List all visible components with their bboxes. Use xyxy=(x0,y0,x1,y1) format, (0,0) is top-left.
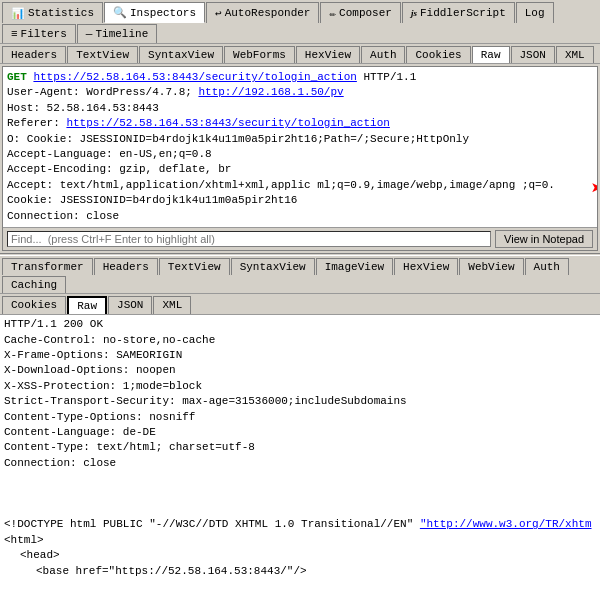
resp-xss-protection: X-XSS-Protection: 1;mode=block xyxy=(4,379,596,394)
referer-link[interactable]: https://52.58.164.53:8443/security/tolog… xyxy=(66,117,389,129)
resp-tab-hexview[interactable]: HexView xyxy=(394,258,458,275)
resp-tab-auth[interactable]: Auth xyxy=(525,258,569,275)
request-url-link[interactable]: https://52.58.164.53:8443/security/tolog… xyxy=(33,71,356,83)
resp-content-lang: Content-Language: de-DE xyxy=(4,425,596,440)
resp-cache-control: Cache-Control: no-store,no-cache xyxy=(4,333,596,348)
tab-xml[interactable]: XML xyxy=(556,46,594,63)
statistics-icon: 📊 xyxy=(11,7,25,20)
resp-connection: Connection: close xyxy=(4,456,596,471)
header-cookie-set: O: Cookie: JSESSIONID=b4rdojk1k4u11m0a5p… xyxy=(7,132,593,147)
tab-filters[interactable]: ≡ Filters xyxy=(2,24,76,43)
resp-blank1 xyxy=(4,471,596,486)
tab-raw[interactable]: Raw xyxy=(472,46,510,63)
tab-headers[interactable]: Headers xyxy=(2,46,66,63)
tab-hexview[interactable]: HexView xyxy=(296,46,360,63)
main-container: 📊 Statistics 🔍 Inspectors ↩ AutoResponde… xyxy=(0,0,600,591)
tab-timeline[interactable]: — Timeline xyxy=(77,24,157,43)
resp-tab-textview[interactable]: TextView xyxy=(159,258,230,275)
resp-blank3 xyxy=(4,502,596,517)
tab-autoresponder[interactable]: ↩ AutoResponder xyxy=(206,2,319,23)
resp-html-open: <html> xyxy=(4,533,596,548)
main-tabs: 📊 Statistics 🔍 Inspectors ↩ AutoResponde… xyxy=(0,0,600,44)
tab-log[interactable]: Log xyxy=(516,2,554,23)
resp-tab-headers[interactable]: Headers xyxy=(94,258,158,275)
protocol: HTTP/1.1 xyxy=(363,71,416,83)
composer-icon: ✏ xyxy=(329,7,336,20)
header-accept: Accept: text/html,application/xhtml+xml,… xyxy=(7,178,593,193)
fiddlerscript-icon: js xyxy=(411,8,417,18)
resp-blank4 xyxy=(4,579,596,591)
resp-hsts: Strict-Transport-Security: max-age=31536… xyxy=(4,394,596,409)
tab-textview[interactable]: TextView xyxy=(67,46,138,63)
resp-blank2 xyxy=(4,487,596,502)
header-cookie: Cookie: JSESSIONID=b4rdojk1k4u11m0a5pir2… xyxy=(7,193,593,208)
header-useragent: User-Agent: WordPress/4.7.8; http://192.… xyxy=(7,85,593,100)
tab-auth[interactable]: Auth xyxy=(361,46,405,63)
tab-json[interactable]: JSON xyxy=(511,46,555,63)
resp-base: <base href="https://52.58.164.53:8443/"/… xyxy=(4,564,596,579)
resp-tab-caching[interactable]: Caching xyxy=(2,276,66,293)
find-input[interactable] xyxy=(7,231,491,247)
accept-truncated: ml;q=0.9,image/webp,image/apng ;q=0. xyxy=(317,179,555,191)
find-bar: View in Notepad xyxy=(3,227,597,250)
resp-doctype: <!DOCTYPE html PUBLIC "-//W3C//DTD XHTML… xyxy=(4,517,596,532)
resp-sub-xml[interactable]: XML xyxy=(153,296,191,314)
view-notepad-button[interactable]: View in Notepad xyxy=(495,230,593,248)
doctype-link[interactable]: "http://www.w3.org/TR/xhtm xyxy=(420,518,592,530)
response-body: HTTP/1.1 200 OK Cache-Control: no-store,… xyxy=(0,315,600,591)
resp-tab-webview[interactable]: WebView xyxy=(459,258,523,275)
resp-frame-options: X-Frame-Options: SAMEORIGIN xyxy=(4,348,596,363)
response-sub-tabs: Cookies Raw JSON XML xyxy=(0,294,600,315)
tab-cookies[interactable]: Cookies xyxy=(406,46,470,63)
resp-tab-imageview[interactable]: ImageView xyxy=(316,258,393,275)
tab-composer[interactable]: ✏ Composer xyxy=(320,2,400,23)
resp-sub-cookies[interactable]: Cookies xyxy=(2,296,66,314)
host-link[interactable]: http://192.168.1.50/pv xyxy=(198,86,343,98)
resp-tab-transformer[interactable]: Transformer xyxy=(2,258,93,275)
tab-fiddlerscript[interactable]: js FiddlerScript xyxy=(402,2,515,23)
request-sub-tabs: Headers TextView SyntaxView WebForms Hex… xyxy=(0,44,600,64)
header-accept-lang: Accept-Language: en-US,en;q=0.8 xyxy=(7,147,593,162)
arrow-indicator-1: ➤ xyxy=(591,176,597,204)
response-main-tabs: Transformer Headers TextView SyntaxView … xyxy=(0,256,600,294)
header-host: Host: 52.58.164.53:8443 xyxy=(7,101,593,116)
tab-syntaxview[interactable]: SyntaxView xyxy=(139,46,223,63)
resp-head-open: <head> xyxy=(4,548,596,563)
header-connection: Connection: close xyxy=(7,209,593,224)
autoresponder-icon: ↩ xyxy=(215,7,222,20)
resp-content-type: Content-Type: text/html; charset=utf-8 xyxy=(4,440,596,455)
request-method-line: GET https://52.58.164.53:8443/security/t… xyxy=(7,70,593,85)
tab-inspectors[interactable]: 🔍 Inspectors xyxy=(104,2,205,23)
header-referer: Referer: https://52.58.164.53:8443/secur… xyxy=(7,116,593,131)
header-accept-enc: Accept-Encoding: gzip, deflate, br xyxy=(7,162,593,177)
response-section: Transformer Headers TextView SyntaxView … xyxy=(0,256,600,591)
response-status: HTTP/1.1 200 OK xyxy=(4,317,596,332)
resp-download-options: X-Download-Options: noopen xyxy=(4,363,596,378)
inspectors-icon: 🔍 xyxy=(113,6,127,19)
resp-sub-raw[interactable]: Raw xyxy=(67,296,107,314)
resp-content-type-opts: Content-Type-Options: nosniff xyxy=(4,410,596,425)
tab-statistics[interactable]: 📊 Statistics xyxy=(2,2,103,23)
filters-icon: ≡ xyxy=(11,28,18,40)
resp-tab-syntaxview[interactable]: SyntaxView xyxy=(231,258,315,275)
http-method: GET xyxy=(7,71,27,83)
timeline-icon: — xyxy=(86,28,93,40)
resp-sub-json[interactable]: JSON xyxy=(108,296,152,314)
tab-webforms[interactable]: WebForms xyxy=(224,46,295,63)
